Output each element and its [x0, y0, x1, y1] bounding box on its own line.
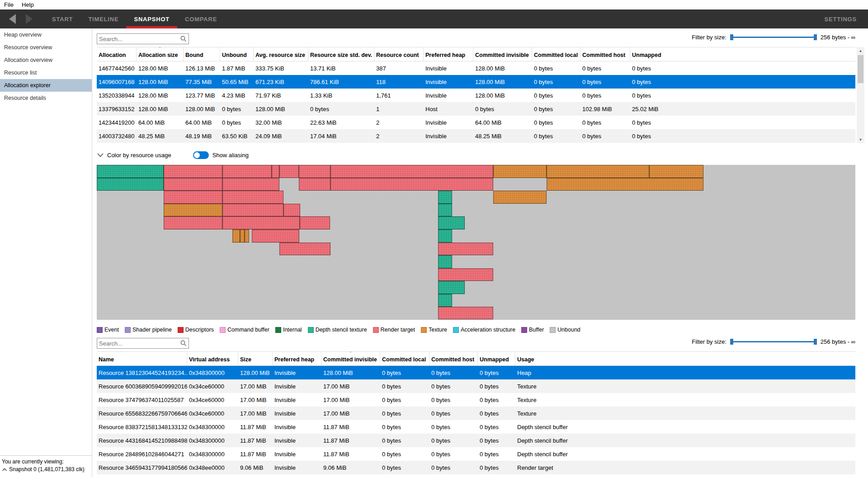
memory-block-texture[interactable] — [240, 229, 245, 243]
scroll-thumb[interactable] — [858, 55, 863, 83]
memory-block-render-target[interactable] — [272, 165, 279, 178]
slider-max-handle[interactable] — [814, 339, 817, 345]
memory-block-render-target[interactable] — [299, 165, 330, 178]
column-header-avg-resource-size[interactable]: Avg. resource size — [254, 47, 308, 61]
memory-block-texture[interactable] — [649, 165, 703, 178]
column-header-bound[interactable]: Bound — [184, 47, 220, 61]
memory-block-texture[interactable] — [493, 165, 547, 178]
tab-start[interactable]: START — [44, 9, 80, 28]
memory-block-render-target[interactable] — [300, 216, 330, 229]
memory-block-render-target[interactable] — [222, 178, 279, 191]
table-row[interactable]: 13520338944128.00 MiB123.77 MiB4.23 MiB7… — [97, 89, 855, 102]
sidebar-item-allocation-explorer[interactable]: Allocation explorer — [0, 79, 92, 92]
forward-arrow-button[interactable] — [24, 13, 34, 25]
menu-help[interactable]: Help — [18, 0, 38, 9]
resource-search-input[interactable] — [97, 340, 180, 347]
memory-block-render-target[interactable] — [438, 243, 493, 255]
scroll-up-arrow[interactable]: ▲ — [857, 47, 864, 54]
tab-settings[interactable]: SETTINGS — [817, 9, 864, 28]
collapse-chevron-icon[interactable] — [2, 468, 7, 472]
table-row[interactable]: Resource 138123044524193234...0x34830000… — [97, 366, 855, 379]
memory-block-render-target[interactable] — [222, 191, 283, 204]
sidebar-item-allocation-overview[interactable]: Allocation overview — [0, 54, 92, 66]
memory-block-depth-stencil-texture[interactable] — [438, 204, 452, 216]
memory-block-render-target[interactable] — [330, 165, 493, 178]
table-row[interactable]: 14096007168128.00 MiB77.35 MiB50.65 MiB6… — [97, 75, 855, 89]
table-row[interactable]: Resource 44316841452109884980x3483000001… — [97, 434, 855, 447]
column-header-allocation[interactable]: Allocation — [97, 47, 137, 61]
memory-block-render-target[interactable] — [279, 243, 330, 255]
menu-file[interactable]: File — [0, 0, 18, 9]
allocation-table-scrollbar[interactable]: ▲ ▼ — [857, 47, 864, 143]
sidebar-item-heap-overview[interactable]: Heap overview — [0, 28, 92, 41]
column-header-committed-local[interactable]: Committed local — [380, 352, 429, 365]
table-row[interactable]: 13379633152128.00 MiB128.00 MiB0 bytes12… — [97, 102, 855, 116]
column-header-unmapped[interactable]: Unmapped — [478, 352, 515, 365]
slider-max-handle[interactable] — [814, 34, 817, 40]
table-row[interactable]: 1400373248048.25 MiB48.19 MiB63.50 KiB24… — [97, 129, 855, 143]
memory-block-render-target[interactable] — [438, 268, 493, 281]
column-header-unmapped[interactable]: Unmapped — [630, 47, 855, 61]
memory-block-depth-stencil-texture[interactable] — [97, 178, 164, 191]
memory-block-render-target[interactable] — [330, 178, 493, 191]
column-header-preferred-heap[interactable]: Preferred heap — [424, 47, 473, 61]
column-header-committed-invisible[interactable]: Committed invisible — [473, 47, 532, 61]
column-header-preferred-heap[interactable]: Preferred heap — [273, 352, 321, 365]
show-aliasing-toggle[interactable] — [193, 151, 209, 159]
memory-block-depth-stencil-texture[interactable] — [438, 216, 465, 229]
table-row[interactable]: Resource 65568322667597066460x34ce600001… — [97, 407, 855, 420]
memory-block-depth-stencil-texture[interactable] — [438, 294, 452, 307]
memory-block-depth-stencil-texture[interactable] — [97, 165, 164, 178]
memory-block-depth-stencil-texture[interactable] — [438, 281, 465, 294]
tab-timeline[interactable]: TIMELINE — [80, 9, 126, 28]
memory-block-depth-stencil-texture[interactable] — [438, 255, 452, 268]
sidebar-item-resource-details[interactable]: Resource details — [0, 92, 92, 104]
memory-block-render-target[interactable] — [299, 178, 330, 191]
memory-block-render-target[interactable] — [283, 204, 300, 216]
color-mode-label[interactable]: Color by resource usage — [107, 152, 171, 159]
table-row[interactable]: 14677442560128.00 MiB126.13 MiB1.87 MiB3… — [97, 61, 855, 75]
table-row[interactable]: Resource 60036890594099920160x34ce600001… — [97, 379, 855, 393]
memory-block-texture[interactable] — [547, 165, 649, 178]
memory-block-render-target[interactable] — [164, 165, 222, 178]
column-header-committed-host[interactable]: Committed host — [580, 47, 630, 61]
memory-block-texture[interactable] — [245, 229, 249, 243]
resource-size-filter-slider[interactable] — [730, 339, 817, 345]
column-header-resource-size-std-dev[interactable]: Resource size std. dev. — [308, 47, 374, 61]
column-header-usage[interactable]: Usage — [515, 352, 855, 365]
column-header-resource-count[interactable]: Resource count — [374, 47, 424, 61]
tab-snapshot[interactable]: SNAPSHOT — [126, 9, 177, 28]
column-header-committed-local[interactable]: Committed local — [532, 47, 580, 61]
memory-block-render-target[interactable] — [252, 229, 299, 243]
memory-block-depth-stencil-texture[interactable] — [438, 191, 452, 204]
memory-map[interactable] — [97, 165, 855, 320]
table-row[interactable]: Resource 3747963740110255870x34ce6000017… — [97, 393, 855, 407]
tab-compare[interactable]: COMPARE — [177, 9, 225, 28]
memory-block-render-target[interactable] — [222, 204, 283, 216]
slider-min-handle[interactable] — [730, 339, 733, 345]
memory-block-render-target[interactable] — [279, 165, 299, 178]
back-arrow-button[interactable] — [7, 13, 17, 25]
sidebar-item-resource-list[interactable]: Resource list — [0, 66, 92, 79]
column-header-committed-host[interactable]: Committed host — [429, 352, 478, 365]
slider-min-handle[interactable] — [730, 34, 733, 40]
chevron-down-icon[interactable] — [97, 152, 104, 158]
memory-block-render-target[interactable] — [164, 178, 222, 191]
memory-block-depth-stencil-texture[interactable] — [438, 229, 452, 243]
column-header-size[interactable]: Size — [238, 352, 273, 365]
allocation-size-filter-slider[interactable] — [730, 34, 817, 41]
table-row[interactable]: Resource 34659431779941805660x348ee00009… — [97, 461, 855, 474]
sidebar-item-resource-overview[interactable]: Resource overview — [0, 41, 92, 54]
allocation-search-input[interactable] — [97, 36, 180, 42]
column-header-committed-invisible[interactable]: Committed invisibleˆ — [321, 352, 380, 365]
memory-block-render-target[interactable] — [438, 307, 493, 319]
memory-block-render-target[interactable] — [164, 216, 222, 229]
memory-block-render-target[interactable] — [164, 191, 222, 204]
memory-block-texture[interactable] — [164, 204, 222, 216]
table-row[interactable]: Resource 83837215813481331320x3483000001… — [97, 420, 855, 434]
column-header-unbound[interactable]: Unbound — [220, 47, 254, 61]
memory-block-texture[interactable] — [232, 229, 240, 243]
column-header-allocation-size[interactable]: Allocation sizeˆ — [137, 47, 184, 61]
table-row[interactable]: 1423441920064.00 MiB64.00 MiB0 bytes32.0… — [97, 116, 855, 129]
table-row[interactable]: Resource 2848961028460442710x34830000011… — [97, 447, 855, 461]
